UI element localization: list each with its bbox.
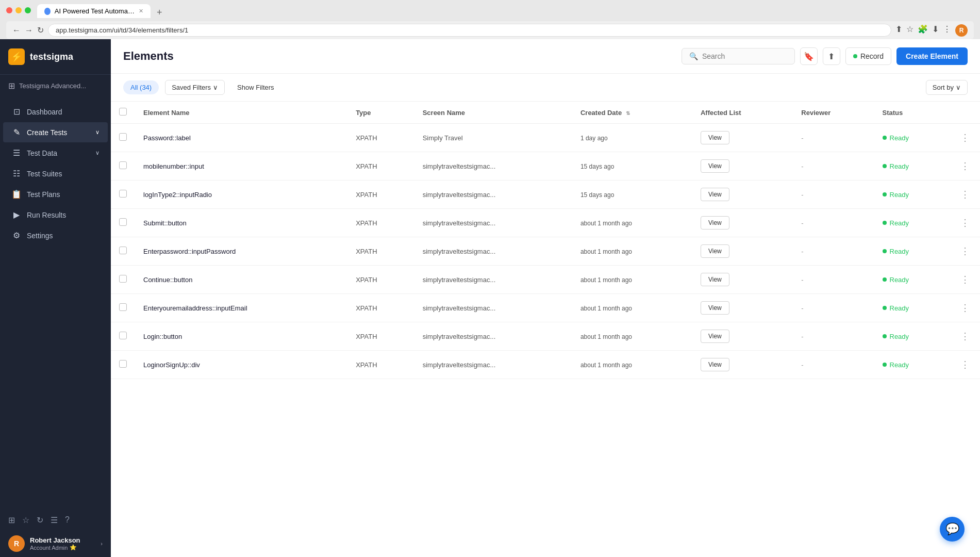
help-tool-icon[interactable]: ? xyxy=(65,515,70,525)
list-tool-icon[interactable]: ☰ xyxy=(51,515,58,525)
row-checkbox[interactable] xyxy=(119,133,127,141)
row-checkbox[interactable] xyxy=(119,218,127,226)
table-row: LoginorSignUp::div XPATH simplytraveltes… xyxy=(111,351,980,379)
row-checkbox[interactable] xyxy=(119,360,127,368)
record-button[interactable]: Record xyxy=(845,47,891,65)
maximize-traffic-light[interactable] xyxy=(25,7,31,13)
type-cell: XPATH xyxy=(347,294,414,322)
sidebar-item-test-plans[interactable]: 📋 Test Plans xyxy=(3,184,108,204)
reviewer-cell: - xyxy=(793,237,874,266)
view-affected-button[interactable]: View xyxy=(701,188,729,201)
row-checkbox[interactable] xyxy=(119,190,127,198)
status-dot-icon xyxy=(883,249,887,253)
tab-close-button[interactable]: ✕ xyxy=(139,8,143,14)
element-name-cell: Submit::button xyxy=(135,209,347,237)
table-row: logInType2::inputRadio XPATH simplytrave… xyxy=(111,181,980,209)
row-checkbox[interactable] xyxy=(119,332,127,339)
grid-tool-icon[interactable]: ⊞ xyxy=(8,515,15,525)
col-affected-list: Affected List xyxy=(692,102,793,124)
reviewer-cell: - xyxy=(793,351,874,379)
view-affected-button[interactable]: View xyxy=(701,330,729,343)
screen-name: simplytraveltestsigmac... xyxy=(423,304,496,312)
row-menu-cell: ⋮ xyxy=(950,237,980,266)
row-actions-menu[interactable]: ⋮ xyxy=(958,274,972,285)
row-checkbox[interactable] xyxy=(119,303,127,311)
chat-button[interactable]: 💬 xyxy=(940,517,965,542)
row-checkbox-cell xyxy=(111,181,135,209)
sort-icon[interactable]: ⇅ xyxy=(626,110,630,116)
search-input[interactable] xyxy=(702,52,787,60)
status-label: Ready xyxy=(890,248,909,255)
created-date: about 1 month ago xyxy=(580,276,632,284)
back-button[interactable]: ← xyxy=(12,26,21,35)
close-traffic-light[interactable] xyxy=(6,7,12,13)
type-cell: XPATH xyxy=(347,181,414,209)
menu-icon[interactable]: ⋮ xyxy=(943,24,951,37)
row-actions-menu[interactable]: ⋮ xyxy=(958,189,972,200)
view-affected-button[interactable]: View xyxy=(701,358,729,371)
view-affected-button[interactable]: View xyxy=(701,159,729,173)
refresh-button[interactable]: ↻ xyxy=(37,25,44,35)
view-affected-button[interactable]: View xyxy=(701,216,729,230)
view-affected-button[interactable]: View xyxy=(701,273,729,286)
status-dot-icon xyxy=(883,306,887,310)
minimize-traffic-light[interactable] xyxy=(15,7,22,13)
run-results-icon: ▶ xyxy=(11,210,22,220)
search-box: 🔍 xyxy=(682,48,795,64)
workspace-selector[interactable]: ⊞ Testsigma Advanced... xyxy=(0,75,111,97)
screen-name-cell: simplytraveltestsigmac... xyxy=(414,322,572,351)
all-filter-tab[interactable]: All (34) xyxy=(123,80,159,94)
row-checkbox-cell xyxy=(111,266,135,294)
reviewer-value: - xyxy=(801,248,803,255)
row-actions-menu[interactable]: ⋮ xyxy=(958,246,972,256)
sidebar-item-dashboard[interactable]: ⊡ Dashboard xyxy=(3,102,108,122)
status-badge: Ready xyxy=(883,134,942,142)
row-actions-menu[interactable]: ⋮ xyxy=(958,218,972,228)
row-checkbox[interactable] xyxy=(119,247,127,254)
row-checkbox[interactable] xyxy=(119,275,127,283)
profile-avatar[interactable]: R xyxy=(955,24,968,37)
sidebar-item-settings[interactable]: ⚙ Settings xyxy=(3,225,108,245)
forward-button[interactable]: → xyxy=(25,26,33,35)
view-affected-button[interactable]: View xyxy=(701,301,729,315)
refresh-tool-icon[interactable]: ↻ xyxy=(37,515,43,525)
row-checkbox[interactable] xyxy=(119,161,127,169)
sidebar-item-test-suites[interactable]: ☷ Test Suites xyxy=(3,163,108,184)
address-bar[interactable]: app.testsigma.com/ui/td/34/elements/filt… xyxy=(48,24,891,37)
bookmark-button[interactable]: 🔖 xyxy=(800,47,818,65)
affected-list-cell: View xyxy=(692,322,793,351)
extensions-icon[interactable]: 🧩 xyxy=(918,24,928,37)
table-body: Password::label XPATH Simply Travel 1 da… xyxy=(111,124,980,379)
bookmark-icon[interactable]: ☆ xyxy=(906,24,913,37)
row-actions-menu[interactable]: ⋮ xyxy=(958,331,972,341)
type-cell: XPATH xyxy=(347,322,414,351)
sidebar-item-create-tests[interactable]: ✎ Create Tests ∨ xyxy=(3,122,108,142)
row-menu-cell: ⋮ xyxy=(950,124,980,152)
create-element-button[interactable]: Create Element xyxy=(896,47,968,65)
export-button[interactable]: ⬆ xyxy=(823,47,840,65)
share-icon[interactable]: ⬆ xyxy=(895,24,902,37)
element-name: mobilenumber::input xyxy=(143,162,204,170)
star-tool-icon[interactable]: ☆ xyxy=(22,515,29,525)
active-tab[interactable]: AI Powered Test Automation P... ✕ xyxy=(37,4,151,18)
element-name-cell: Password::label xyxy=(135,124,347,152)
avatar: R xyxy=(8,535,25,552)
view-affected-button[interactable]: View xyxy=(701,244,729,258)
view-affected-button[interactable]: View xyxy=(701,131,729,144)
table-row: mobilenumber::input XPATH simplytravelte… xyxy=(111,152,980,181)
row-actions-menu[interactable]: ⋮ xyxy=(958,359,972,370)
sidebar-item-run-results[interactable]: ▶ Run Results xyxy=(3,205,108,225)
new-tab-button[interactable]: + xyxy=(153,7,167,18)
row-actions-menu[interactable]: ⋮ xyxy=(958,303,972,313)
sort-by-button[interactable]: Sort by ∨ xyxy=(926,80,968,95)
select-all-checkbox[interactable] xyxy=(119,108,127,116)
download-icon[interactable]: ⬇ xyxy=(932,24,939,37)
sidebar-item-test-data[interactable]: ☰ Test Data ∨ xyxy=(3,143,108,163)
element-name: Enterpassword::inputPassword xyxy=(143,248,236,255)
row-actions-menu[interactable]: ⋮ xyxy=(958,133,972,143)
saved-filters-button[interactable]: Saved Filters ∨ xyxy=(165,80,225,95)
show-filters-button[interactable]: Show Filters xyxy=(231,80,280,94)
status-dot-icon xyxy=(883,363,887,367)
user-profile[interactable]: R Robert Jackson Account Admin ⭐ › xyxy=(0,530,111,557)
row-actions-menu[interactable]: ⋮ xyxy=(958,161,972,171)
